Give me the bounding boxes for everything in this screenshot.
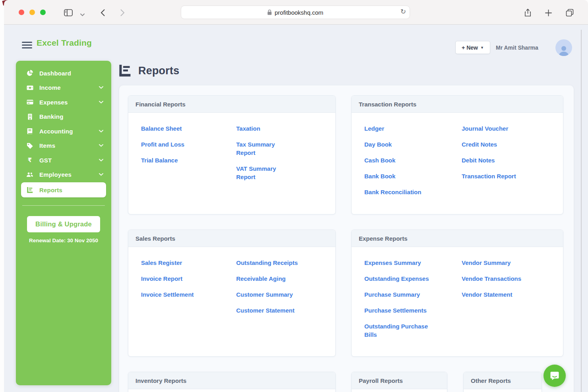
chevron-down-icon	[99, 159, 103, 162]
rupee-icon: ₹	[26, 157, 33, 164]
card-body: Balance SheetProfit and LossTrial Balanc…	[128, 113, 335, 214]
report-link-customer-statement[interactable]: Customer Statement	[236, 306, 295, 315]
window-close-button[interactable]	[19, 10, 24, 15]
sidebar-item-income[interactable]: Income	[16, 81, 111, 95]
report-card-sales-reports: Sales ReportsSales RegisterInvoice Repor…	[128, 230, 336, 357]
share-icon[interactable]	[522, 7, 533, 18]
report-link-tax-summary-report[interactable]: Tax Summary Report	[236, 140, 281, 157]
chevron-down-icon	[99, 101, 103, 104]
sidebar-chevron-icon[interactable]	[77, 9, 88, 20]
tag-icon	[26, 142, 33, 149]
sidebar-divider	[22, 205, 105, 206]
card-body	[128, 389, 335, 392]
browser-chrome: profitbookshq.com ↻	[4, 0, 588, 25]
report-link-outstanding-purchase-bills[interactable]: Outstanding Purchase Bills	[364, 322, 435, 339]
chevron-down-icon	[99, 173, 103, 176]
renewal-date-text: Renewal Date: 30 Nov 2050	[16, 238, 111, 243]
report-link-credit-notes[interactable]: Credit Notes	[462, 140, 497, 149]
avatar[interactable]	[555, 39, 572, 56]
report-link-invoice-report[interactable]: Invoice Report	[141, 274, 182, 283]
report-link-ledger[interactable]: Ledger	[364, 124, 384, 133]
report-link-day-book[interactable]: Day Book	[364, 140, 392, 149]
browser-scrollbar[interactable]	[581, 30, 582, 392]
report-link-trial-balance[interactable]: Trial Balance	[141, 156, 178, 164]
money-icon	[26, 84, 33, 91]
report-card-transaction-reports: Transaction ReportsLedgerDay BookCash Bo…	[351, 95, 563, 214]
sidebar-item-reports[interactable]: Reports	[21, 182, 106, 197]
card-body: Sales RegisterInvoice ReportInvoice Sett…	[128, 247, 335, 356]
card-body	[352, 389, 447, 392]
report-link-profit-and-loss[interactable]: Profit and Loss	[141, 140, 184, 149]
sidebar-item-expenses[interactable]: Expenses	[16, 95, 111, 110]
card-title: Transaction Reports	[352, 96, 563, 113]
report-link-outstanding-receipts[interactable]: Outstanding Receipts	[236, 259, 298, 267]
report-card-financial-reports: Financial ReportsBalance SheetProfit and…	[128, 95, 336, 214]
reports-panel: Financial ReportsBalance SheetProfit and…	[119, 85, 574, 392]
bank-icon	[26, 113, 33, 120]
report-link-invoice-settlement[interactable]: Invoice Settlement	[141, 290, 194, 299]
window-minimize-button[interactable]	[29, 10, 35, 15]
back-button[interactable]	[97, 7, 108, 18]
new-tab-icon[interactable]	[543, 7, 554, 18]
report-link-vendor-summary[interactable]: Vendor Summary	[462, 259, 511, 267]
forward-button[interactable]	[117, 7, 128, 18]
sidebar-item-label: Employees	[39, 171, 99, 178]
billing-upgrade-button[interactable]: Billing & Upgrade	[27, 216, 100, 232]
reload-icon[interactable]: ↻	[400, 8, 406, 15]
tab-overview-icon[interactable]	[564, 7, 575, 18]
book-icon	[26, 128, 33, 135]
report-link-vendor-statement[interactable]: Vendor Statement	[462, 290, 513, 299]
report-card-payroll-reports: Payroll Reports	[351, 372, 447, 392]
sidebar-item-gst[interactable]: ₹GST	[16, 153, 111, 168]
report-link-transaction-report[interactable]: Transaction Report	[462, 172, 516, 180]
sidebar-item-label: Accounting	[39, 128, 99, 135]
sidebar-toggle-icon[interactable]	[63, 7, 74, 18]
report-link-purchase-settlements[interactable]: Purchase Settlements	[364, 306, 427, 315]
report-link-bank-book[interactable]: Bank Book	[364, 172, 395, 180]
report-card-expense-reports: Expense ReportsExpenses SummaryOutstandi…	[351, 230, 563, 357]
card-column: TaxationTax Summary ReportVAT Summary Re…	[236, 124, 332, 214]
report-link-outstanding-expenses[interactable]: Outstanding Expenses	[364, 274, 429, 283]
sidebar-item-banking[interactable]: Banking	[16, 110, 111, 124]
card-title: Financial Reports	[128, 96, 335, 113]
menu-icon[interactable]	[22, 42, 32, 50]
window-zoom-button[interactable]	[40, 10, 46, 15]
card-column: Vendor SummaryVendoe TransactionsVendor …	[462, 259, 559, 356]
sidebar-item-items[interactable]: Items	[16, 139, 111, 153]
card-title: Expense Reports	[352, 230, 563, 247]
card-column: Outstanding ReceiptsReceivable AgingCust…	[236, 259, 332, 356]
new-button[interactable]: + New ▼	[455, 41, 490, 54]
report-link-vendoe-transactions[interactable]: Vendoe Transactions	[462, 274, 521, 283]
card-column: Expenses SummaryOutstanding ExpensesPurc…	[364, 259, 462, 356]
users-icon	[26, 171, 33, 178]
report-link-expenses-summary[interactable]: Expenses Summary	[364, 259, 421, 267]
report-link-journal-voucher[interactable]: Journal Voucher	[462, 124, 508, 133]
chat-launcher-button[interactable]	[544, 365, 566, 387]
report-link-customer-summary[interactable]: Customer Summary	[236, 290, 293, 299]
sidebar-item-accounting[interactable]: Accounting	[16, 124, 111, 139]
card-column: Sales RegisterInvoice ReportInvoice Sett…	[141, 259, 236, 356]
report-icon	[26, 187, 33, 193]
card-column: Balance SheetProfit and LossTrial Balanc…	[141, 124, 236, 214]
report-link-sales-register[interactable]: Sales Register	[141, 259, 182, 267]
lock-icon	[267, 10, 272, 15]
sidebar-item-employees[interactable]: Employees	[16, 168, 111, 182]
sidebar-item-label: Items	[39, 142, 99, 149]
report-link-purchase-summary[interactable]: Purchase Summary	[364, 290, 420, 299]
card-column: LedgerDay BookCash BookBank BookBank Rec…	[364, 124, 462, 214]
report-link-taxation[interactable]: Taxation	[236, 124, 261, 133]
reports-icon	[118, 64, 132, 78]
report-link-debit-notes[interactable]: Debit Notes	[462, 156, 495, 164]
report-link-vat-summary-report[interactable]: VAT Summary Report	[236, 164, 281, 181]
card-body	[464, 389, 542, 392]
card-title: Other Reports	[464, 372, 542, 389]
bottom-right-cards: Payroll ReportsOther Reports	[351, 372, 563, 392]
address-bar[interactable]: profitbookshq.com ↻	[181, 6, 410, 19]
report-link-cash-book[interactable]: Cash Book	[364, 156, 395, 164]
report-link-balance-sheet[interactable]: Balance Sheet	[141, 124, 182, 133]
sidebar-item-dashboard[interactable]: Dashboard	[16, 66, 111, 81]
report-link-bank-reconciliation[interactable]: Bank Reconciliation	[364, 188, 421, 196]
sidebar-item-label: Banking	[39, 113, 103, 120]
sidebar-item-label: Expenses	[39, 99, 99, 106]
report-link-receivable-aging[interactable]: Receivable Aging	[236, 274, 286, 283]
